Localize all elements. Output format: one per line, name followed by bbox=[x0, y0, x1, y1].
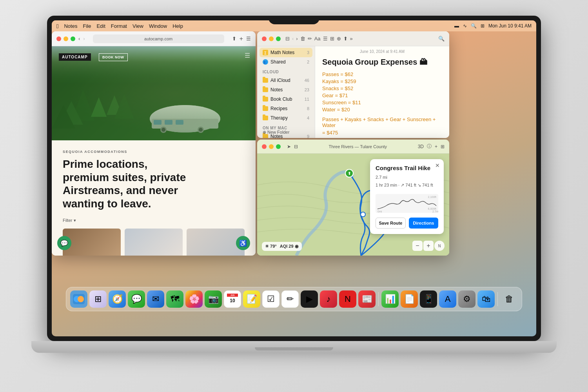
sidebar-toggle-icon[interactable]: ⊟ bbox=[285, 36, 290, 42]
search-icon2[interactable]: 🔍 bbox=[438, 36, 445, 42]
thumbnail-2[interactable] bbox=[125, 229, 183, 256]
forward-icon[interactable]: › bbox=[83, 36, 85, 42]
dock-maps[interactable]: 🗺 bbox=[166, 290, 183, 308]
dock-facetime[interactable]: 📷 bbox=[205, 290, 222, 308]
dock-music[interactable]: ♪ bbox=[320, 290, 337, 308]
shared-label: Shared bbox=[270, 59, 286, 65]
trail-distance: 2.7 mi bbox=[376, 175, 438, 180]
expense-gear: Gear = $71 bbox=[322, 93, 442, 98]
dock-photos[interactable]: 🌸 bbox=[185, 290, 203, 308]
dock-store[interactable]: 🛍 bbox=[477, 290, 495, 308]
dock-finder[interactable] bbox=[70, 290, 87, 308]
book-now-button[interactable]: BOOK NOW bbox=[99, 53, 128, 61]
menubar-help[interactable]: Help bbox=[172, 23, 183, 29]
svg-rect-14 bbox=[176, 120, 183, 125]
window-safari: ‹ › autocamp.com ⬆ + ☰ bbox=[52, 31, 256, 256]
notch bbox=[269, 16, 319, 24]
maps-add-icon[interactable]: + bbox=[435, 144, 437, 149]
edit-icon[interactable]: ✏ bbox=[308, 36, 312, 42]
menubar-window[interactable]: Window bbox=[149, 23, 167, 29]
notes-minimize-button[interactable] bbox=[269, 36, 274, 41]
filter-bar[interactable]: Filter ▾ bbox=[63, 218, 245, 223]
menubar-edit[interactable]: Edit bbox=[96, 23, 105, 29]
dock-messages[interactable]: 💬 bbox=[128, 290, 145, 308]
dock-safari[interactable]: 🧭 bbox=[109, 290, 126, 308]
shared-icon: 👥 bbox=[263, 59, 268, 65]
back-icon[interactable]: ‹ bbox=[78, 36, 80, 42]
new-folder-button[interactable]: ⊕ New Folder bbox=[263, 130, 289, 135]
thumbnail-1[interactable] bbox=[63, 229, 121, 256]
close-button[interactable] bbox=[56, 36, 61, 41]
macbook-frame:  Notes File Edit Format View Window Hel… bbox=[31, 16, 557, 376]
delete-icon[interactable]: 🗑 bbox=[300, 36, 305, 42]
elevation-chart: 2,100ft 6,000ft 0mi 2.7mi bbox=[376, 194, 438, 213]
dock-freeform[interactable]: ✏ bbox=[281, 290, 299, 308]
maps-maximize-button[interactable] bbox=[276, 144, 281, 149]
recipes-row[interactable]: Recipes 8 bbox=[257, 104, 315, 113]
menubar-app-name[interactable]: Notes bbox=[64, 23, 77, 29]
dock: ⊞ 🧭 💬 ✉ 🗺 🌸 📷 JUN10 📝 ☑ ✏ ▶ ♪ bbox=[66, 287, 522, 311]
maps-view-toggle[interactable]: ⊟ bbox=[294, 144, 298, 149]
search-icon[interactable]: 🔍 bbox=[471, 23, 477, 29]
menubar-file[interactable]: File bbox=[83, 23, 91, 29]
zoom-plus-button[interactable]: + bbox=[423, 241, 434, 251]
math-notes-row[interactable]: ∑ Math Notes 3 bbox=[260, 48, 312, 57]
accessibility-button[interactable]: ♿ bbox=[236, 236, 250, 250]
menubar-format[interactable]: Format bbox=[111, 23, 127, 29]
share-icon2[interactable]: ⬆ bbox=[343, 36, 348, 42]
maximize-button[interactable] bbox=[71, 36, 75, 41]
dock-news2[interactable]: 📰 bbox=[358, 290, 376, 308]
dock-appstore[interactable]: A bbox=[439, 290, 456, 308]
dock-mail[interactable]: ✉ bbox=[147, 290, 164, 308]
notes-icloud-row[interactable]: Notes 23 bbox=[257, 85, 315, 94]
maps-card-close-button[interactable]: ✕ bbox=[435, 162, 440, 169]
nav-back-icon[interactable]: ‹ bbox=[292, 36, 294, 42]
dock-trash[interactable]: 🗑 bbox=[501, 290, 518, 308]
all-icloud-row[interactable]: All iCloud 46 bbox=[257, 76, 315, 85]
maps-close-button[interactable] bbox=[262, 144, 267, 149]
dock-launchpad[interactable]: ⊞ bbox=[89, 290, 107, 308]
maps-info-icon[interactable]: ⓘ bbox=[427, 143, 432, 150]
notes-maximize-button[interactable] bbox=[276, 36, 281, 41]
menubar-view[interactable]: View bbox=[132, 23, 143, 29]
dock-numbers[interactable]: 📊 bbox=[381, 290, 399, 308]
maps-directions-icon[interactable]: ➤ bbox=[287, 144, 291, 149]
book-club-row[interactable]: Book Club 11 bbox=[257, 94, 315, 104]
dock-reminders[interactable]: ☑ bbox=[262, 290, 279, 308]
more-icon[interactable]: » bbox=[350, 36, 353, 42]
maps-minimize-button[interactable] bbox=[269, 144, 274, 149]
checklist-icon[interactable]: ☰ bbox=[323, 36, 328, 42]
nav-forward-icon[interactable]: › bbox=[296, 36, 298, 42]
apple-menu[interactable]:  bbox=[56, 23, 58, 29]
zoom-minus-button[interactable]: − bbox=[412, 241, 423, 251]
dock-appletv[interactable]: ▶ bbox=[301, 290, 318, 308]
dock-news[interactable]: N bbox=[339, 290, 356, 308]
menu-icon[interactable]: ☰ bbox=[245, 52, 250, 59]
notes-close-button[interactable] bbox=[262, 36, 267, 41]
table-icon[interactable]: ⊞ bbox=[330, 36, 334, 42]
directions-button[interactable]: Directions bbox=[409, 218, 438, 229]
dock-notes[interactable]: 📝 bbox=[243, 290, 260, 308]
dock-calendar[interactable]: JUN10 bbox=[224, 290, 241, 308]
svg-text:JUN: JUN bbox=[230, 294, 234, 296]
therapy-row[interactable]: Therapy 4 bbox=[257, 113, 315, 123]
recipes-label: Recipes bbox=[270, 106, 287, 111]
new-tab-icon[interactable]: + bbox=[240, 35, 243, 42]
text-format-icon[interactable]: Aa bbox=[314, 36, 321, 42]
sidebar-icon[interactable]: ☰ bbox=[246, 36, 251, 42]
maps-settings-icon[interactable]: ⊞ bbox=[441, 144, 445, 149]
chat-button[interactable]: 💬 bbox=[57, 236, 71, 250]
save-route-button[interactable]: Save Route bbox=[376, 218, 406, 229]
shared-row[interactable]: 👥 Shared 2 bbox=[257, 57, 315, 67]
dock-iphone[interactable]: 📱 bbox=[420, 290, 437, 308]
control-center-icon[interactable]: ⊞ bbox=[481, 23, 485, 29]
folder-icon bbox=[263, 78, 268, 83]
maps-3d-toggle[interactable]: 3D bbox=[418, 144, 424, 149]
compass-button[interactable]: N bbox=[434, 241, 445, 251]
share-icon[interactable]: ⬆ bbox=[232, 36, 236, 42]
dock-systemprefs[interactable]: ⚙ bbox=[458, 290, 475, 308]
safari-urlbar[interactable]: autocamp.com bbox=[93, 34, 224, 43]
dock-pages[interactable]: 📄 bbox=[401, 290, 418, 308]
minimize-button[interactable] bbox=[64, 36, 68, 41]
attachment-icon[interactable]: ⊕ bbox=[337, 36, 341, 42]
